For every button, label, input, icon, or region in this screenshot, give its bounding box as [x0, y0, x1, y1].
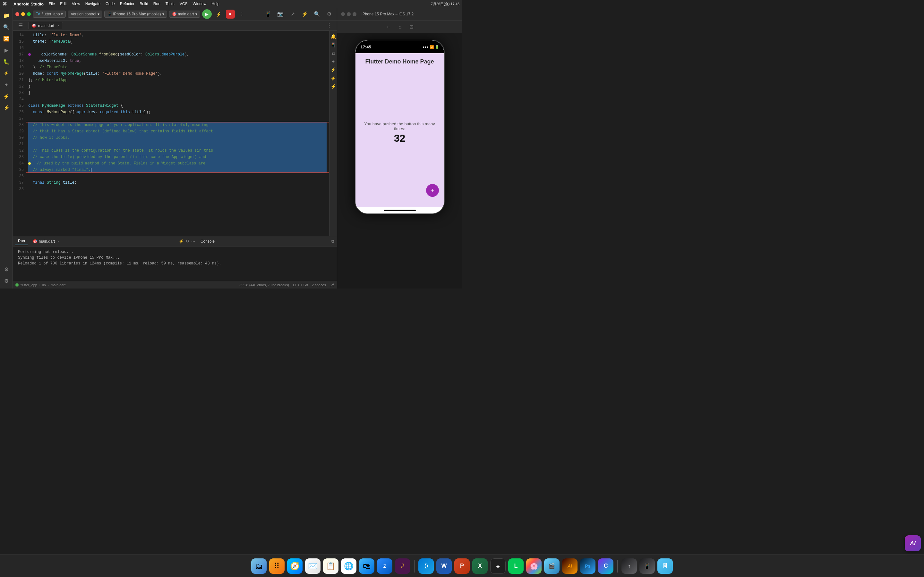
- file-selector[interactable]: 🎯 main.dart ▾: [169, 11, 200, 18]
- device-icon: 📱: [107, 12, 112, 16]
- status-bar-right: 35:28 (440 chars, 7 line breaks) LF UTF-…: [239, 283, 334, 287]
- breadcrumb-file[interactable]: main.dart: [51, 283, 65, 287]
- more-options-button[interactable]: ⋮: [237, 9, 247, 19]
- tab-close-icon[interactable]: ×: [57, 24, 59, 27]
- code-content[interactable]: title: 'Flutter Demo', theme: ThemeData(…: [26, 31, 329, 236]
- project-selector[interactable]: FA flutter_app ▾: [33, 11, 66, 18]
- sidebar-run-icon[interactable]: ▶: [1, 45, 11, 55]
- run-button[interactable]: ▶: [202, 9, 212, 19]
- console-more-icon[interactable]: ⋯: [191, 239, 195, 243]
- gear-icon[interactable]: ⚙: [324, 9, 334, 19]
- apple-menu[interactable]: ⌘: [3, 1, 7, 6]
- project-tree-icon[interactable]: ☰: [15, 21, 26, 31]
- lightning-button[interactable]: ⚡: [214, 9, 224, 19]
- sim-dot-1[interactable]: [341, 12, 345, 16]
- menu-window[interactable]: Window: [193, 2, 207, 6]
- iphone-fab[interactable]: +: [426, 184, 439, 197]
- indent-settings[interactable]: 2 spaces: [312, 283, 326, 287]
- menu-refactor[interactable]: Refactor: [120, 2, 134, 6]
- git-icon[interactable]: ⎇: [330, 283, 334, 287]
- project-icon: FA: [36, 12, 40, 16]
- notification-icon[interactable]: 🔔: [330, 33, 336, 40]
- run-tab-label: Run: [18, 239, 25, 243]
- code-editor[interactable]: 14 15 16 17 18 19 20 21 22 23 24 25 26 2…: [13, 31, 329, 236]
- code-line-18: useMaterial3: true,: [28, 58, 326, 64]
- sidebar-flutter2-icon[interactable]: ⚡: [1, 91, 11, 101]
- sim-dot-2[interactable]: [347, 12, 351, 16]
- datetime: 7月26日(金) 17:45: [431, 2, 459, 6]
- sidebar-star-icon[interactable]: ✦: [1, 79, 11, 90]
- traffic-light-yellow[interactable]: [21, 12, 25, 16]
- main-dart-console-tab[interactable]: 🎯 main.dart ×: [30, 238, 62, 245]
- menu-bar-right: 7月26日(金) 17:45: [431, 2, 459, 6]
- hot-reload-icon[interactable]: ⚡: [179, 239, 184, 243]
- screenshot-icon[interactable]: 📷: [275, 9, 286, 19]
- menu-file[interactable]: File: [49, 2, 55, 6]
- menu-navigate[interactable]: Navigate: [86, 2, 100, 6]
- layers-icon[interactable]: ⧉: [330, 50, 336, 56]
- menu-code[interactable]: Code: [105, 2, 115, 6]
- device-mirror-icon[interactable]: 📱: [263, 9, 273, 19]
- menu-build[interactable]: Build: [140, 2, 148, 6]
- sidebar-flutter3-icon[interactable]: ⚡: [1, 103, 11, 113]
- code-line-34: // used by the build method of the State…: [28, 160, 326, 167]
- sim-home-icon[interactable]: ⌂: [399, 24, 402, 30]
- sim-lock-icon[interactable]: ⊠: [409, 24, 414, 30]
- traffic-light-green[interactable]: [27, 12, 31, 16]
- cursor-position: 35:28 (440 chars, 7 line breaks): [239, 283, 289, 287]
- code-line-29: // that it has a State object (defined b…: [28, 128, 326, 135]
- menu-edit[interactable]: Edit: [60, 2, 67, 6]
- console-tab-bar: Run 🎯 main.dart × ⚡ ↺ ⋯ Console ⧉: [13, 236, 337, 247]
- menu-view[interactable]: View: [72, 2, 80, 6]
- traffic-light-red[interactable]: [15, 12, 19, 16]
- search-icon[interactable]: 🔍: [312, 9, 322, 19]
- sidebar-flutter-icon[interactable]: ⚡: [1, 68, 11, 78]
- sidebar-project-icon[interactable]: 📁: [1, 10, 11, 21]
- flutter-perf-icon[interactable]: ⚡: [330, 83, 336, 90]
- tab-bar: ☰ 🎯 main.dart × ⋮: [13, 21, 337, 31]
- breadcrumb-sep-2: ›: [48, 283, 49, 287]
- more-tabs-icon[interactable]: ⋮: [324, 21, 334, 31]
- menu-tools[interactable]: Tools: [166, 2, 174, 6]
- menu-run[interactable]: Run: [153, 2, 160, 6]
- sidebar-search-icon[interactable]: 🔍: [1, 22, 11, 32]
- lightning2-icon[interactable]: ⚡: [300, 9, 310, 19]
- sidebar-settings-icon[interactable]: ⚙: [1, 276, 11, 286]
- device-attach-icon[interactable]: 📱: [330, 42, 336, 48]
- menu-vcs[interactable]: VCS: [180, 2, 188, 6]
- vcs-selector[interactable]: Version control ▾: [68, 11, 102, 18]
- menu-help[interactable]: Help: [212, 2, 220, 6]
- line-endings[interactable]: LF UTF-8: [293, 283, 308, 287]
- code-line-38: [28, 186, 326, 192]
- breadcrumb-lib[interactable]: lib: [42, 283, 46, 287]
- console-tab-close[interactable]: ×: [57, 239, 59, 243]
- star-icon[interactable]: ✦: [330, 58, 336, 65]
- sidebar-terminal-icon[interactable]: ⚙: [1, 264, 11, 274]
- sim-dot-3[interactable]: [352, 12, 357, 16]
- app-name[interactable]: Android Studio: [13, 2, 44, 6]
- iphone-notch: [384, 40, 416, 49]
- stop-button[interactable]: ■: [226, 10, 235, 19]
- iphone-screen: Flutter Demo Home Page You have pushed t…: [355, 53, 444, 207]
- wifi-icon: 📶: [430, 45, 434, 49]
- sidebar-debug-icon[interactable]: 🐛: [1, 56, 11, 67]
- sidebar-vcs-icon[interactable]: 🔀: [1, 33, 11, 44]
- main-dart-tab[interactable]: 🎯 main.dart ×: [28, 22, 63, 29]
- flutter-attach-icon[interactable]: ⚡: [330, 67, 336, 73]
- expand-console-icon[interactable]: ⧉: [331, 239, 334, 243]
- iphone-status-icons: ●●● 📶 🔋: [423, 45, 439, 49]
- iphone-home-indicator[interactable]: [384, 210, 416, 211]
- main-container: 📁 🔍 🔀 ▶ 🐛 ⚡ ✦ ⚡ ⚡ ⚙ ⚙ FA flutter_app ▾: [0, 8, 462, 288]
- sim-back-icon[interactable]: ←: [386, 24, 391, 30]
- device-name: iPhone 15 Pro Max (mobile): [113, 12, 161, 16]
- restart-icon[interactable]: ↺: [186, 239, 189, 243]
- share-icon[interactable]: ↗: [288, 9, 298, 19]
- flutter-outline-icon[interactable]: ⚡: [330, 75, 336, 81]
- breadcrumb-project[interactable]: flutter_app: [21, 283, 37, 287]
- run-tab[interactable]: Run: [15, 237, 27, 245]
- battery-icon: 🔋: [435, 45, 439, 49]
- device-selector[interactable]: 📱 iPhone 15 Pro Max (mobile) ▾: [104, 11, 167, 18]
- code-line-20: home: const MyHomePage(title: 'Flutter D…: [28, 71, 326, 77]
- project-name: flutter_app: [42, 12, 60, 16]
- console-line-2: Syncing files to device iPhone 15 Pro Ma…: [18, 255, 332, 261]
